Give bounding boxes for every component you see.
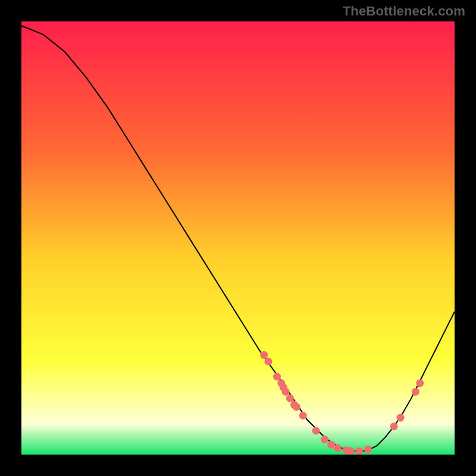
- data-dot: [397, 414, 405, 422]
- data-dot: [416, 379, 424, 387]
- data-dot: [265, 358, 273, 365]
- chart-svg: [21, 21, 455, 455]
- data-dot: [299, 412, 307, 419]
- plot-area: [21, 21, 455, 455]
- chart-frame: TheBottleneck.com: [0, 0, 476, 476]
- data-dot: [260, 351, 268, 359]
- data-dot: [293, 403, 300, 411]
- data-dot: [312, 427, 320, 435]
- data-dot: [390, 422, 398, 430]
- data-dot: [321, 436, 328, 443]
- data-dot: [334, 444, 342, 452]
- watermark-text: TheBottleneck.com: [343, 4, 465, 19]
- data-dot: [273, 373, 281, 381]
- data-dot: [282, 388, 290, 396]
- data-dot: [286, 394, 294, 402]
- data-dot: [364, 446, 372, 453]
- gradient-background: [21, 21, 455, 455]
- data-dot: [412, 388, 419, 396]
